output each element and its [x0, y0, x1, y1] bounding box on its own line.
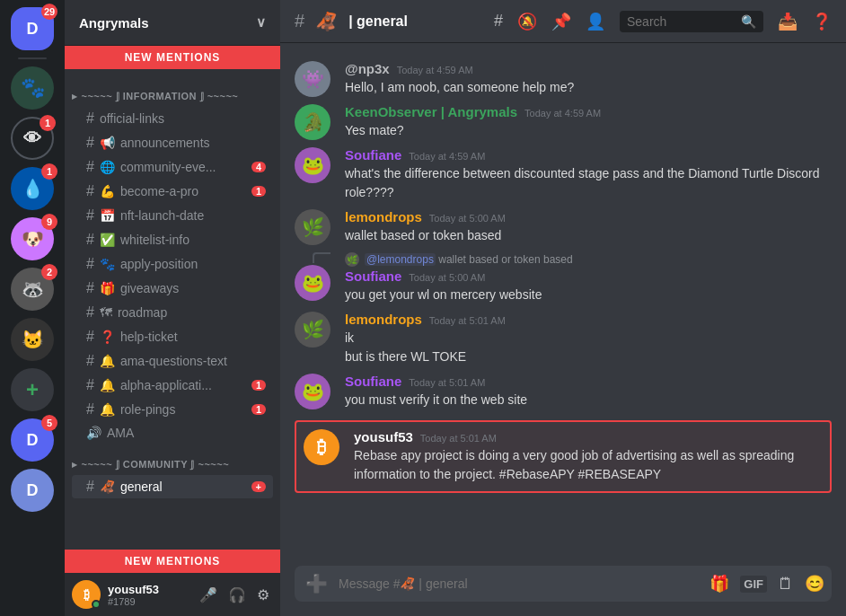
settings-button[interactable]: ⚙ [253, 585, 273, 605]
add-attachment-icon[interactable]: ➕ [302, 566, 331, 602]
server-badge-8: 5 [41, 415, 57, 431]
emoji-icon[interactable]: 😊 [805, 574, 824, 594]
pin-icon[interactable]: 📌 [551, 12, 571, 31]
reply-preview: 🌿 @lemondrops wallet based or token base… [345, 252, 832, 267]
channel-apply-position[interactable]: # 🐾 apply-position [72, 252, 273, 276]
channel-roadmap[interactable]: # 🗺 roadmap [72, 301, 273, 324]
message-author: Soufiane [345, 147, 401, 163]
channel-giveaways[interactable]: # 🎁 giveaways [72, 277, 273, 300]
avatar: ₿ [72, 580, 101, 609]
add-server-button[interactable]: + [11, 368, 54, 411]
message-input[interactable] [339, 567, 702, 601]
message-time: Today at 4:59 AM [409, 151, 485, 162]
channel-badge: 4 [251, 162, 266, 172]
sticker-icon[interactable]: 🗒 [778, 575, 794, 594]
search-wrap: 🔍 [620, 11, 763, 32]
server-icon-6[interactable]: 🦝 2 [11, 268, 54, 311]
help-icon[interactable]: ❓ [812, 12, 832, 31]
hash-icon: # [86, 304, 94, 321]
gif-icon[interactable]: GIF [740, 576, 767, 593]
message-text: ikbut is there WL TOKE [345, 329, 832, 366]
message-content: lemondrops Today at 5:01 AM ikbut is the… [345, 312, 832, 366]
reply-connector [313, 252, 330, 263]
message-header: Soufiane Today at 5:01 AM [345, 374, 832, 389]
message-header: lemondrops Today at 5:00 AM [345, 209, 832, 224]
highlighted-message: ₿ yousuf53 Today at 5:01 AM Rebase apy p… [295, 420, 832, 493]
message-content: lemondrops Today at 5:00 AM wallet based… [345, 209, 832, 245]
channel-whitelist-info[interactable]: # ✅ whitelist-info [72, 228, 273, 251]
message-input-area: ➕ 🎁 GIF 🗒 😊 [280, 551, 846, 616]
sidebar-header: Angrymals ∨ [65, 0, 280, 46]
channel-nft-launch-date[interactable]: # 📅 nft-launch-date [72, 204, 273, 227]
server-icon-9[interactable]: D [11, 469, 54, 512]
channel-become-a-pro[interactable]: # 💪 become-a-pro 1 [72, 180, 273, 203]
message-header: Soufiane Today at 4:59 AM [345, 147, 832, 163]
server-badge: 29 [41, 4, 57, 20]
inbox-icon[interactable]: 📥 [778, 12, 798, 31]
message-group: 🐊 KeenObserver | Angrymals Today at 4:59… [280, 101, 846, 144]
message-time: Today at 5:01 AM [420, 433, 497, 444]
gift-icon[interactable]: 🎁 [709, 574, 729, 594]
message-content: @np3x Today at 4:59 AM Hello, I am noob,… [345, 61, 832, 97]
server-icon-angrymals[interactable]: 🐾 [11, 66, 54, 110]
new-mentions-banner-bottom[interactable]: NEW MENTIONS [65, 550, 280, 573]
message-text: you must verify it on the web site [345, 391, 832, 409]
message-text: you get your wl on mercery website [345, 286, 832, 304]
chevron-down-icon[interactable]: ∨ [256, 14, 266, 31]
hash-icon: # [86, 479, 94, 495]
server-icon-5[interactable]: 🐶 9 [11, 217, 54, 260]
channel-announcements[interactable]: # 📢 announcements [72, 131, 273, 154]
message-author: lemondrops [345, 209, 422, 224]
message-group: 🌿 lemondrops Today at 5:00 AM wallet bas… [280, 206, 846, 249]
message-author: KeenObserver | Angrymals [345, 104, 517, 119]
hash-icon: # [86, 353, 94, 369]
members-icon[interactable]: 👤 [586, 12, 605, 31]
channel-general[interactable]: # 🦧 general + [72, 475, 273, 498]
channel-badge: + [251, 481, 266, 492]
channel-official-links[interactable]: # official-links [72, 107, 273, 130]
microphone-button[interactable]: 🎤 [196, 585, 221, 605]
message-content: yousuf53 Today at 5:01 AM Rebase apy pro… [354, 429, 823, 484]
status-dot [92, 600, 101, 609]
channel-ama-voice[interactable]: 🔊 AMA [72, 422, 273, 444]
user-panel: ₿ yousuf53 #1789 🎤 🎧 ⚙ [65, 573, 280, 616]
channel-sidebar: Angrymals ∨ NEW MENTIONS ▸ ~~~~~ 𝕁 INFOR… [65, 0, 280, 616]
headset-button[interactable]: 🎧 [225, 585, 250, 605]
user-tag: #1789 [108, 596, 189, 607]
new-mentions-banner-top[interactable]: NEW MENTIONS [65, 46, 280, 69]
message-author: lemondrops [345, 312, 422, 327]
server-icon-4[interactable]: 💧 1 [11, 167, 54, 210]
channel-header: # 🦧 | general # 🔕 📌 👤 🔍 📥 ❓ [280, 0, 846, 43]
category-information: ▸ ~~~~~ 𝕁 INFORMATION 𝕁 ~~~~~ [65, 76, 280, 106]
channel-community-eve[interactable]: # 🌐 community-eve... 4 [72, 155, 273, 179]
message-header: @np3x Today at 4:59 AM [345, 61, 832, 76]
message-group: 🌿 lemondrops Today at 5:01 AM ikbut is t… [280, 308, 846, 370]
avatar: 🐊 [295, 104, 330, 140]
hash-icon: # [86, 329, 94, 345]
channel-ama-questions[interactable]: # 🔔 ama-questions-text [72, 349, 273, 373]
message-group: 🐸 🌿 @lemondrops wallet based or token ba… [280, 249, 846, 308]
message-time: Today at 5:01 AM [429, 315, 506, 326]
hashtag-icon[interactable]: # [494, 12, 503, 31]
hash-icon: # [86, 110, 94, 127]
bell-icon[interactable]: 🔕 [517, 12, 537, 31]
server-icon-7[interactable]: 🐱 [11, 318, 54, 361]
message-content: Soufiane Today at 5:01 AM you must verif… [345, 374, 832, 409]
message-header: KeenObserver | Angrymals Today at 4:59 A… [345, 104, 832, 119]
channel-help-ticket[interactable]: # ❓ help-ticket [72, 325, 273, 348]
channel-alpha-applicati[interactable]: # 🔔 alpha-applicati... 1 [72, 374, 273, 397]
hash-icon: # [86, 207, 94, 224]
avatar: 🌿 [295, 209, 330, 245]
hash-icon: # [86, 377, 94, 393]
server-icon-discord[interactable]: D 29 [11, 7, 54, 50]
server-icon-3[interactable]: 👁 1 [11, 117, 54, 160]
search-icon: 🔍 [741, 14, 756, 29]
message-time: Today at 4:59 AM [397, 65, 473, 75]
server-divider [18, 57, 47, 59]
server-icon-8[interactable]: D 5 [11, 418, 54, 462]
channel-role-pings[interactable]: # 🔔 role-pings 1 [72, 398, 273, 421]
message-text: what's the difference between discounted… [345, 164, 832, 202]
channel-header-name: | general [348, 13, 408, 30]
message-input-wrap: ➕ 🎁 GIF 🗒 😊 [295, 566, 832, 602]
message-content: Soufiane Today at 4:59 AM what's the dif… [345, 147, 832, 202]
